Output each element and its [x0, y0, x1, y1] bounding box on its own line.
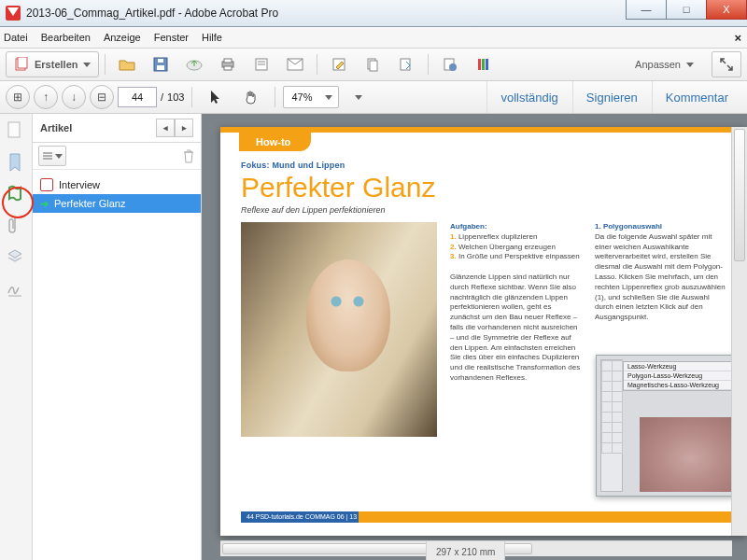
close-button[interactable]: X — [706, 0, 747, 20]
tree-item-label: Perfekter Glanz — [54, 198, 125, 209]
layers-icon[interactable] — [7, 248, 25, 267]
articles-panel: Artikel ◂ ▸ Interview ➔ Perfekter Glanz — [33, 114, 202, 560]
pdf-page[interactable]: How-to Fokus: Mund und Lippen Perfekter … — [220, 127, 747, 536]
zoom-select[interactable]: 47% — [283, 86, 339, 108]
svg-rect-4 — [158, 59, 163, 63]
floppy-icon — [153, 57, 168, 72]
menu-anzeige[interactable]: Anzeige — [104, 32, 141, 43]
svg-rect-3 — [157, 65, 164, 70]
bookmarks-icon[interactable] — [7, 153, 25, 172]
create-label: Erstellen — [35, 59, 78, 70]
chevron-down-icon — [83, 63, 91, 67]
tree-item-interview[interactable]: Interview — [33, 175, 201, 194]
menubar: Datei Bearbeiten Anzeige Fenster Hilfe × — [0, 27, 747, 49]
arrow-right-icon: ➔ — [40, 198, 49, 210]
tree-item-perfekter-glanz[interactable]: ➔ Perfekter Glanz — [33, 194, 201, 213]
last-page-button[interactable]: ⊟ — [90, 85, 114, 109]
vertical-scrollbar[interactable] — [731, 127, 747, 536]
chevron-down-icon — [325, 95, 332, 100]
envelope-icon — [287, 58, 303, 71]
list-icon — [43, 151, 52, 161]
scroll-thumb[interactable] — [734, 129, 745, 261]
svg-rect-21 — [486, 59, 488, 70]
menu-hilfe[interactable]: Hilfe — [202, 32, 222, 43]
page-input[interactable]: 44 — [118, 87, 157, 107]
select-tool-button[interactable] — [200, 84, 232, 110]
titlebar: 2013-06_Commag_Artikel.pdf - Adobe Acrob… — [0, 0, 747, 27]
link-kommentar[interactable]: Kommentar — [652, 81, 741, 113]
hand-tool-button[interactable] — [235, 84, 267, 110]
nav-toolbar: ⊞ ↑ ↓ ⊟ 44 / 103 47% vollständig Signier… — [0, 81, 747, 114]
hand-icon — [244, 90, 259, 105]
chevron-down-icon — [55, 154, 63, 159]
menu-fenster[interactable]: Fenster — [154, 32, 189, 43]
print-button[interactable] — [212, 51, 244, 77]
menu-bearbeiten[interactable]: Bearbeiten — [41, 32, 91, 43]
doc-col-tasks: Aufgaben: 1. Lippenreflex duplizieren 2.… — [450, 222, 582, 437]
article-icon — [40, 178, 53, 191]
minimize-button[interactable]: — — [626, 0, 667, 20]
attachments-icon[interactable] — [7, 217, 25, 235]
link-icon — [443, 57, 458, 72]
color-bars-icon — [476, 57, 491, 72]
svg-rect-19 — [478, 59, 481, 70]
articles-icon[interactable] — [7, 185, 25, 203]
panel-prev-button[interactable]: ◂ — [156, 119, 175, 137]
panel-title: Artikel — [40, 122, 72, 133]
open-button[interactable] — [111, 51, 143, 77]
doc-close-button[interactable]: × — [734, 31, 741, 45]
mail-button[interactable] — [279, 51, 311, 77]
edit-text-button[interactable] — [323, 51, 355, 77]
doc-photo — [241, 222, 437, 437]
create-icon — [14, 57, 29, 72]
export-icon — [399, 57, 414, 72]
doc-subheading: Reflexe auf den Lippen perfektionieren — [241, 205, 726, 215]
next-page-button[interactable]: ↓ — [62, 85, 86, 109]
create-button[interactable]: Erstellen — [6, 51, 99, 77]
form-icon — [254, 57, 269, 72]
svg-rect-1 — [18, 57, 27, 68]
panel-next-button[interactable]: ▸ — [175, 119, 193, 137]
link-signieren[interactable]: Signieren — [572, 81, 651, 113]
panel-options-button[interactable] — [38, 146, 66, 166]
link-vollstaendig[interactable]: vollständig — [486, 81, 571, 113]
fullscreen-button[interactable] — [712, 51, 741, 77]
main-toolbar: Erstellen Anpassen — [0, 49, 747, 81]
chevron-down-icon — [686, 63, 694, 67]
doc-section-tab: How-to — [239, 133, 311, 151]
svg-rect-15 — [370, 61, 377, 71]
cloud-icon — [186, 58, 203, 71]
svg-rect-22 — [8, 122, 20, 137]
edit-icon — [331, 57, 346, 72]
zoom-value: 47% — [284, 91, 319, 103]
save-button[interactable] — [145, 51, 176, 77]
color-button[interactable] — [468, 51, 500, 77]
svg-point-18 — [449, 63, 457, 71]
svg-rect-7 — [224, 59, 232, 63]
cursor-icon — [209, 90, 222, 105]
document-area: How-to Fokus: Mund und Lippen Perfekter … — [202, 114, 747, 560]
zoom-dropdown-button[interactable] — [343, 84, 374, 110]
sidebar-rail — [0, 114, 33, 560]
pages-button[interactable] — [357, 51, 388, 77]
prev-page-button[interactable]: ↑ — [34, 85, 58, 109]
link-button[interactable] — [434, 51, 466, 77]
folder-open-icon — [119, 57, 135, 72]
trash-icon[interactable] — [182, 148, 195, 163]
export-button[interactable] — [390, 51, 422, 77]
maximize-button[interactable]: □ — [666, 0, 707, 20]
signatures-icon[interactable] — [7, 280, 25, 299]
form-button[interactable] — [246, 51, 277, 77]
page-total: 103 — [167, 91, 184, 103]
doc-heading: Perfekter Glanz — [241, 172, 726, 203]
printer-icon — [220, 57, 235, 72]
menu-datei[interactable]: Datei — [4, 32, 28, 43]
customize-button[interactable]: Anpassen — [625, 51, 704, 77]
cloud-button[interactable] — [178, 51, 210, 77]
thumbnails-icon[interactable] — [7, 121, 25, 140]
first-page-button[interactable]: ⊞ — [6, 85, 30, 109]
pages-icon — [365, 57, 380, 72]
tree-item-label: Interview — [59, 179, 100, 190]
status-dimensions: 297 x 210 mm — [426, 540, 505, 560]
article-tree: Interview ➔ Perfekter Glanz — [33, 170, 201, 560]
